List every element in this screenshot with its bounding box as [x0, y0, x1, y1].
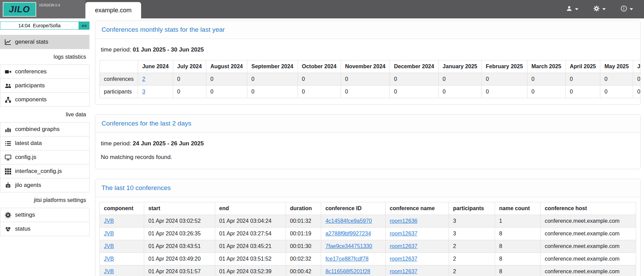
- table-cell: JVB: [100, 240, 144, 253]
- sidebar-section-live-data: live data: [0, 107, 90, 122]
- table-link[interactable]: 3: [142, 89, 145, 95]
- table-row: JVB01 Apr 2024 03:43:5101 Apr 2024 03:45…: [100, 240, 636, 253]
- time-period-label: time period:: [101, 140, 131, 147]
- sidebar-item-combined-graphs[interactable]: combined graphs: [0, 122, 90, 136]
- list-icon: [5, 140, 11, 147]
- gear-icon: [593, 5, 600, 13]
- table-header-cell: September 2024: [247, 60, 298, 73]
- info-icon: [621, 5, 627, 13]
- table-cell: 0: [565, 86, 600, 98]
- sidebar-item-label: participants: [15, 82, 45, 89]
- chevron-down-icon: [575, 8, 578, 10]
- table-cell: 0: [565, 73, 600, 86]
- components-icon: [5, 97, 11, 103]
- table-cell: a2788f9bf9927234: [321, 228, 385, 240]
- table-cell: 0: [298, 86, 341, 98]
- table-link[interactable]: JVB: [104, 256, 114, 262]
- table-link[interactable]: 2: [142, 76, 145, 82]
- table-cell: 0: [527, 86, 565, 98]
- video-camera-icon: [5, 69, 11, 75]
- sidebar-collapse-button[interactable]: <<: [79, 21, 90, 30]
- table-link[interactable]: room12637: [390, 256, 417, 262]
- table-link[interactable]: room12637: [390, 268, 417, 274]
- time-period-value: 24 Jun 2025 - 26 Jun 2025: [133, 140, 204, 147]
- info-menu[interactable]: [621, 5, 633, 13]
- table-link[interactable]: fce17ce887fcdf78: [325, 256, 368, 262]
- sidebar-item-latest-data[interactable]: latest data: [0, 136, 90, 150]
- table-cell: conferences: [100, 73, 138, 86]
- sidebar-item-participants[interactable]: participants: [0, 78, 90, 93]
- table-cell: 0: [206, 73, 247, 86]
- table-header-cell: December 2024: [390, 60, 438, 73]
- table-link[interactable]: 4c14584fce9a5970: [325, 218, 372, 224]
- table-header-cell: duration: [286, 202, 321, 215]
- table-cell: room12636: [385, 215, 449, 228]
- table-cell: 8: [495, 240, 540, 253]
- sidebar-item-settings[interactable]: settings: [0, 208, 90, 222]
- table-link[interactable]: a2788f9bf9927234: [325, 231, 371, 236]
- table-header-cell: conference ID: [321, 202, 385, 215]
- table-row: JVB01 Apr 2024 03:02:5201 Apr 2024 03:04…: [100, 215, 636, 228]
- sidebar-item-jilo-agents[interactable]: jilo agents: [0, 178, 90, 192]
- table-link[interactable]: JVB: [104, 231, 114, 236]
- table-link[interactable]: 8c116568f5201f28: [325, 268, 370, 274]
- sidebar-item-conferences[interactable]: conferences: [0, 64, 90, 79]
- table-cell: room12637: [385, 265, 449, 276]
- table-cell: 0: [633, 86, 641, 98]
- table-row: participants3000000000000: [100, 86, 641, 98]
- table-cell: 0: [482, 73, 527, 86]
- table-header-cell: component: [100, 202, 144, 215]
- table-cell: 0: [341, 86, 389, 98]
- app-logo[interactable]: JILO: [3, 2, 36, 17]
- table-header-row: componentstartenddurationconference IDco…: [100, 202, 636, 215]
- table-row: conferences2000000000000: [100, 73, 641, 86]
- sidebar-item-status[interactable]: status: [0, 222, 90, 236]
- table-cell: 0: [438, 86, 481, 98]
- main-content: Conferences monthly stats for the last y…: [90, 18, 644, 276]
- table-cell: 0: [390, 73, 438, 86]
- table-cell: 0: [206, 86, 247, 98]
- table-cell: 01 Apr 2024 03:02:52: [144, 215, 215, 228]
- table-row: JVB01 Apr 2024 03:49:2001 Apr 2024 03:51…: [100, 253, 636, 265]
- monthly-stats-table: June 2024July 2024August 2024September 2…: [99, 60, 641, 98]
- time-period-label: time period:: [101, 46, 131, 53]
- clock-display: 14:04 Europe/Sofia: [0, 21, 79, 30]
- sidebar-item-label: latest data: [15, 140, 42, 147]
- last-10-conferences-card: The last 10 conferences componentstarten…: [95, 179, 641, 276]
- card-title: Conferences for the last 2 days: [101, 120, 191, 127]
- sidebar-item-components[interactable]: components: [0, 92, 90, 107]
- user-menu[interactable]: [566, 5, 578, 13]
- table-cell: 7fae9ce344751330: [321, 240, 385, 253]
- table-cell: 00:01:19: [286, 228, 321, 240]
- table-header-cell: participants: [449, 202, 495, 215]
- sidebar-item-config-js[interactable]: config.js: [0, 150, 90, 164]
- sidebar-item-general-stats[interactable]: general stats: [0, 35, 90, 49]
- table-cell: 0: [341, 73, 389, 86]
- settings-menu[interactable]: [593, 5, 606, 13]
- tab-platform[interactable]: example.com: [85, 2, 141, 18]
- table-cell: room12637: [385, 240, 449, 253]
- monitor-icon: [5, 154, 11, 161]
- sidebar-section-jitsi-platforms-settings: jitsi platforms settings: [0, 192, 90, 208]
- table-cell: 01 Apr 2024 03:51:57: [144, 265, 215, 276]
- table-link[interactable]: room12637: [390, 243, 417, 249]
- table-link[interactable]: 7fae9ce344751330: [325, 243, 372, 249]
- table-cell: 01 Apr 2024 03:27:54: [215, 228, 286, 240]
- table-cell: room12637: [385, 228, 449, 240]
- card-body: componentstartenddurationconference IDco…: [95, 197, 640, 276]
- sidebar-item-label: interface_config.js: [15, 168, 62, 175]
- table-cell: 3: [449, 215, 495, 228]
- table-link[interactable]: room12637: [390, 231, 417, 236]
- table-cell: 01 Apr 2024 03:49:20: [144, 253, 215, 265]
- table-link[interactable]: JVB: [104, 268, 114, 274]
- table-cell: 2: [449, 253, 495, 265]
- sidebar-item-interface-config-js[interactable]: interface_config.js: [0, 164, 90, 178]
- heartbeat-icon: [5, 226, 11, 232]
- table-link[interactable]: room12636: [390, 218, 417, 224]
- table-link[interactable]: JVB: [104, 243, 114, 249]
- table-link[interactable]: JVB: [104, 218, 114, 224]
- table-cell: conference.meet.example.com: [540, 215, 636, 228]
- table-cell: 0: [482, 86, 527, 98]
- sidebar-group-settings: settings status: [0, 208, 90, 236]
- table-cell: 1: [495, 215, 540, 228]
